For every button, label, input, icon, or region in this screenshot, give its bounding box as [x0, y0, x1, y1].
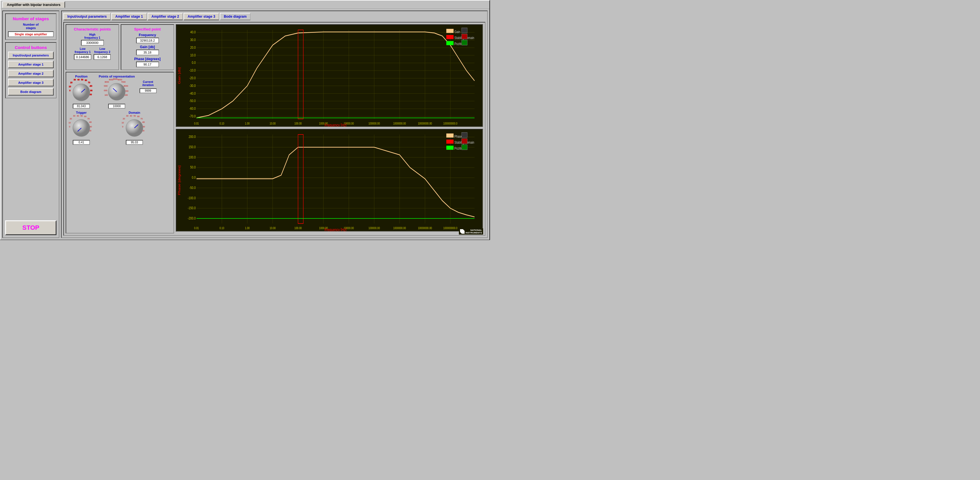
low-freq-1-value: 0.144686: [74, 54, 92, 60]
nav-amp-stage-2[interactable]: Amplifier stage 2: [8, 70, 54, 77]
svg-text:100000.00: 100000.00: [368, 122, 380, 125]
tab-amp-stage-1[interactable]: Amplifier stage 1: [111, 13, 147, 20]
app-tab[interactable]: Amplifier with bipolar transistors: [2, 2, 65, 8]
svg-text:2000: 2000: [104, 85, 108, 87]
svg-text:5000: 5000: [113, 78, 118, 80]
tab-amp-stage-2[interactable]: Amplifier stage 2: [148, 13, 183, 20]
svg-text:Phase: Phase: [454, 134, 462, 138]
svg-text:-70.0: -70.0: [189, 114, 196, 118]
char-spec-row: Characteristic points Highfrequency 1 33…: [66, 24, 174, 70]
svg-text:-30.0: -30.0: [189, 84, 196, 87]
low-freq-1-label: Lowfrequency 1: [75, 47, 91, 54]
svg-text:1.00: 1.00: [245, 227, 250, 230]
points-knob-group: Points of representation 4000 5000 6000 …: [99, 74, 135, 109]
svg-text:70: 70: [88, 81, 90, 84]
specified-point-title: Specified point: [134, 27, 161, 31]
svg-text:100.00: 100.00: [294, 122, 302, 125]
phase-chart-svg: 200.0 150.0 100.0 50.0 0.0 -50.0 -100.0 …: [177, 129, 482, 231]
svg-text:0: 0: [122, 126, 123, 128]
high-freq-1-label: Highfrequency 1: [84, 33, 100, 40]
svg-text:30: 30: [73, 115, 75, 117]
svg-text:50: 50: [81, 79, 83, 81]
low-freq-2-group: Lowfrequency 2 6.1268: [94, 47, 111, 60]
control-buttons-title: Control buttons: [15, 45, 47, 50]
svg-text:60: 60: [137, 116, 140, 117]
title-bar: Amplifier with bipolar transistors: [1, 1, 489, 9]
svg-text:20.0: 20.0: [190, 46, 196, 49]
ni-logo: NATIONAL INSTRUMENTS: [459, 228, 483, 234]
tabs-bar: Input/output parameters Amplifier stage …: [64, 13, 485, 20]
svg-text:60: 60: [85, 79, 87, 81]
svg-text:40: 40: [130, 115, 132, 117]
svg-text:0.01: 0.01: [194, 122, 199, 125]
svg-text:Gain: Gain: [454, 30, 460, 33]
svg-text:Frequency [Hz]: Frequency [Hz]: [325, 123, 347, 127]
char-points-title: Characteristic points: [74, 27, 111, 31]
svg-text:4000: 4000: [109, 79, 113, 81]
current-iter-value: 9999: [140, 88, 157, 93]
high-freq-1-value: 3300000: [81, 40, 104, 46]
svg-text:10000000.00: 10000000.00: [418, 227, 432, 230]
svg-text:40.0: 40.0: [190, 30, 196, 34]
svg-rect-157: [446, 140, 453, 144]
svg-text:60: 60: [84, 116, 86, 117]
svg-text:50: 50: [134, 115, 136, 117]
svg-text:6000: 6000: [118, 79, 122, 81]
svg-rect-111: [177, 129, 482, 231]
tab-bode-diagram[interactable]: Bode diagram: [220, 13, 251, 20]
svg-text:30: 30: [126, 115, 129, 117]
svg-rect-163: [462, 145, 468, 150]
points-knob[interactable]: 4000 5000 6000 7000 -8000 9000 10000 300…: [104, 78, 130, 104]
position-knob-title: Position: [75, 74, 88, 78]
svg-rect-102: [446, 29, 453, 33]
stop-button[interactable]: STOP: [5, 220, 57, 235]
svg-text:0.0: 0.0: [192, 61, 196, 65]
stages-value: Single stage amplifier: [8, 31, 54, 37]
low-freq-2-value: 6.1268: [94, 54, 111, 60]
svg-text:100: 100: [105, 94, 108, 96]
svg-text:10000000.00: 10000000.00: [418, 122, 432, 125]
content-area: Characteristic points Highfrequency 1 33…: [64, 22, 485, 236]
svg-rect-104: [446, 35, 453, 39]
left-content: Characteristic points Highfrequency 1 33…: [66, 24, 174, 233]
spec-gain-value: 35.18: [136, 49, 159, 55]
svg-text:70: 70: [88, 118, 90, 120]
nav-io-params[interactable]: Input/output parameters: [8, 52, 54, 59]
number-of-stages-title: Number of stages: [13, 16, 49, 21]
current-iteration-group: Currentiteration 9999: [140, 81, 157, 93]
svg-text:1.00: 1.00: [245, 122, 250, 125]
knobs-area: Position 40 50 60: [66, 72, 174, 233]
domain-knob[interactable]: 40 50 60 70 -80 90 100 30: [122, 114, 147, 140]
trigger-knob-value: 0.41: [73, 140, 90, 145]
svg-text:-8000: -8000: [123, 85, 128, 87]
svg-text:40: 40: [77, 79, 80, 81]
svg-text:-10.0: -10.0: [189, 68, 196, 72]
svg-text:100000.00: 100000.00: [368, 227, 380, 230]
position-knob[interactable]: 40 50 60 70 -80 90 100 30: [68, 78, 94, 104]
svg-text:100000000.0: 100000000.0: [443, 227, 457, 230]
svg-rect-106: [446, 41, 453, 45]
svg-text:Phase [degrees]: Phase [degrees]: [178, 166, 181, 195]
nav-bode-diagram[interactable]: Bode diagram: [8, 88, 54, 95]
spec-phase-label: Phase [degrees]: [134, 57, 161, 61]
svg-text:30.0: 30.0: [190, 38, 196, 42]
trigger-knob-group: Trigger 40 50 60 70 -80: [68, 111, 94, 145]
specified-point-box: Specified point Frequency 3290118.2 Gain…: [121, 24, 174, 70]
gain-chart-svg: 40.0 30.0 20.0 10.0 0.0 -10.0 -20.0 -30.…: [177, 25, 482, 127]
current-iter-label: Currentiteration: [142, 81, 154, 87]
svg-text:-50.0: -50.0: [189, 99, 196, 103]
spec-freq-value: 3290118.2: [136, 38, 159, 43]
domain-knob-group: Domain 40 50 60 70 -80: [122, 111, 147, 145]
nav-amp-stage-3[interactable]: Amplifier stage 3: [8, 79, 54, 86]
characteristic-points-box: Characteristic points Highfrequency 1 33…: [66, 24, 119, 70]
trigger-knob[interactable]: 40 50 60 70 -80 90 100 30: [68, 114, 94, 140]
svg-text:100.0: 100.0: [189, 155, 196, 159]
svg-text:10.0: 10.0: [190, 53, 196, 57]
domain-knob-title: Domain: [129, 111, 140, 114]
svg-text:-80: -80: [142, 121, 145, 123]
tab-amp-stage-3[interactable]: Amplifier stage 3: [183, 13, 219, 20]
svg-text:1000000.00: 1000000.00: [393, 122, 406, 125]
nav-amp-stage-1[interactable]: Amplifier stage 1: [8, 61, 54, 68]
tab-io-params[interactable]: Input/output parameters: [64, 13, 111, 20]
svg-text:-80: -80: [89, 85, 92, 87]
